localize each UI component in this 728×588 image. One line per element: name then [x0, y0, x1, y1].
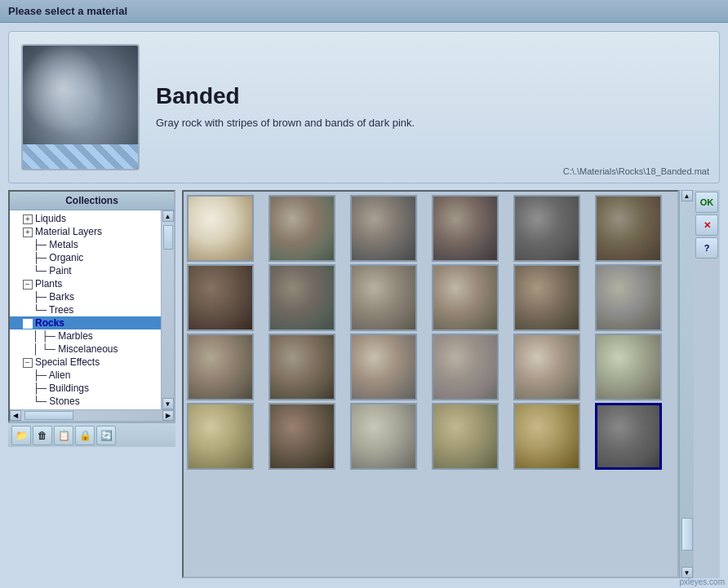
grid-scroll-thumb[interactable]	[681, 518, 693, 550]
toolbar-new-button[interactable]: 📁	[11, 426, 31, 445]
material-cell-18[interactable]	[187, 403, 254, 470]
preview-path: C:\.\Materials\Rocks\18_Banded.mat	[563, 166, 709, 176]
tree-scroll-wrapper: +Liquids +Material Layers ├─ Metals ├─ O…	[10, 210, 174, 409]
material-cell-16[interactable]	[513, 334, 580, 400]
material-cell-12[interactable]	[187, 334, 254, 400]
material-cell-10[interactable]	[513, 264, 580, 331]
material-cell-21[interactable]	[432, 403, 499, 470]
material-cell-7[interactable]	[269, 264, 335, 331]
sphere-19	[270, 405, 334, 468]
title-label: Please select a material	[8, 5, 127, 17]
material-cell-0[interactable]	[187, 195, 254, 262]
sphere-2	[352, 197, 415, 260]
preview-title: Banded	[156, 83, 707, 109]
material-cell-1[interactable]	[269, 195, 335, 262]
scroll-track-h[interactable]	[21, 410, 162, 421]
material-preview-sphere	[21, 44, 140, 170]
sphere-12	[189, 335, 252, 399]
sphere-16	[515, 335, 579, 399]
toolbar-delete-button[interactable]: 🗑	[33, 426, 52, 445]
title-bar: Please select a material	[0, 0, 728, 23]
scroll-left-arrow[interactable]: ◀	[10, 410, 21, 421]
collections-panel-wrapper: Collections +Liquids +Material Layers ├─…	[8, 190, 175, 578]
tree-item-plants[interactable]: −Plants	[10, 277, 161, 290]
tree-container[interactable]: +Liquids +Material Layers ├─ Metals ├─ O…	[10, 210, 161, 409]
grid-scroll-up-arrow[interactable]: ▲	[681, 190, 693, 201]
tree-item-organic[interactable]: ├─ Organic	[10, 251, 161, 264]
preview-description: Gray rock with stripes of brown and band…	[156, 116, 707, 130]
material-grid	[187, 195, 674, 470]
tree-item-special-effects[interactable]: −Special Effects	[10, 356, 161, 369]
tree-item-paint[interactable]: └─ Paint	[10, 264, 161, 277]
scroll-thumb-v[interactable]	[163, 225, 173, 250]
preview-section: Banded Gray rock with stripes of brown a…	[8, 31, 720, 183]
material-cell-8[interactable]	[350, 264, 417, 331]
tree-item-alien[interactable]: ├─ Alien	[10, 369, 161, 382]
material-cell-5[interactable]	[595, 195, 662, 262]
material-cell-15[interactable]	[432, 334, 499, 400]
sphere-20	[352, 405, 415, 468]
tree-item-material-layers[interactable]: +Material Layers	[10, 225, 161, 238]
toolbar-lock-button[interactable]: 🔒	[75, 426, 95, 445]
sphere-7	[270, 266, 334, 329]
material-cell-20[interactable]	[350, 403, 417, 470]
material-cell-6[interactable]	[187, 264, 254, 331]
sphere-3	[433, 197, 497, 260]
tree-item-marbles[interactable]: │ ├─ Marbles	[10, 329, 161, 343]
scroll-track-v[interactable]	[162, 222, 174, 398]
watermark: pxleyes.com	[679, 577, 725, 586]
collections-header: Collections	[10, 192, 174, 210]
scroll-right-arrow[interactable]: ▶	[162, 410, 174, 421]
sphere-9	[433, 266, 497, 329]
vertical-scrollbar[interactable]: ▲ ▼	[161, 210, 174, 409]
sphere-11	[597, 266, 660, 329]
material-cell-2[interactable]	[350, 195, 417, 262]
toolbar-refresh-button[interactable]: 🔄	[96, 426, 116, 445]
scroll-up-arrow[interactable]: ▲	[162, 210, 174, 222]
ok-button[interactable]: OK	[695, 192, 718, 213]
sphere-10	[515, 266, 579, 329]
preview-info: Banded Gray rock with stripes of brown a…	[156, 83, 707, 130]
material-cell-4[interactable]	[513, 195, 580, 262]
grid-scroll-track[interactable]	[680, 201, 694, 567]
tree-item-metals[interactable]: ├─ Metals	[10, 238, 161, 251]
sphere-5	[597, 197, 660, 260]
help-button[interactable]: ?	[695, 237, 718, 259]
expand-icon-material-layers: +	[23, 228, 33, 237]
material-cell-3[interactable]	[432, 195, 499, 262]
tree-item-miscelaneous[interactable]: │ └─ Miscelaneous	[10, 343, 161, 356]
tree-item-barks[interactable]: ├─ Barks	[10, 290, 161, 303]
material-cell-23[interactable]	[595, 403, 662, 470]
expand-icon-rocks: −	[23, 319, 33, 329]
material-cell-17[interactable]	[595, 334, 662, 400]
material-cell-11[interactable]	[595, 264, 662, 331]
sphere-15	[433, 335, 497, 399]
tree-item-liquids[interactable]: +Liquids	[10, 212, 161, 225]
horizontal-scrollbar[interactable]: ◀ ▶	[10, 409, 174, 421]
material-cell-13[interactable]	[269, 334, 335, 400]
material-cell-22[interactable]	[513, 403, 580, 470]
scroll-thumb-h[interactable]	[24, 411, 73, 420]
sphere-4	[515, 197, 579, 260]
cancel-button[interactable]: ✕	[695, 214, 718, 236]
bottom-section: Collections +Liquids +Material Layers ├─…	[8, 190, 720, 578]
tree-item-rocks[interactable]: −Rocks	[10, 316, 161, 329]
sphere-6	[189, 266, 252, 329]
grid-panel	[182, 190, 679, 578]
right-scrollbar[interactable]: ▲ ▼	[679, 190, 694, 578]
toolbar-copy-button[interactable]: 📋	[54, 426, 73, 445]
tree-item-stones[interactable]: └─ Stones	[10, 395, 161, 408]
material-cell-14[interactable]	[350, 334, 417, 400]
tree-item-trees[interactable]: └─ Trees	[10, 303, 161, 316]
sphere-0	[189, 197, 252, 260]
material-cell-19[interactable]	[269, 403, 335, 470]
material-cell-9[interactable]	[432, 264, 499, 331]
scroll-down-arrow[interactable]: ▼	[162, 398, 174, 409]
sphere-8	[352, 266, 415, 329]
tree-item-buildings[interactable]: ├─ Buildings	[10, 382, 161, 395]
sphere-18	[189, 405, 252, 468]
side-buttons-panel: OK ✕ ?	[694, 190, 720, 578]
main-container: Banded Gray rock with stripes of brown a…	[0, 23, 728, 586]
sphere-17	[597, 335, 660, 399]
grid-scroll-down-arrow[interactable]: ▼	[681, 567, 693, 578]
